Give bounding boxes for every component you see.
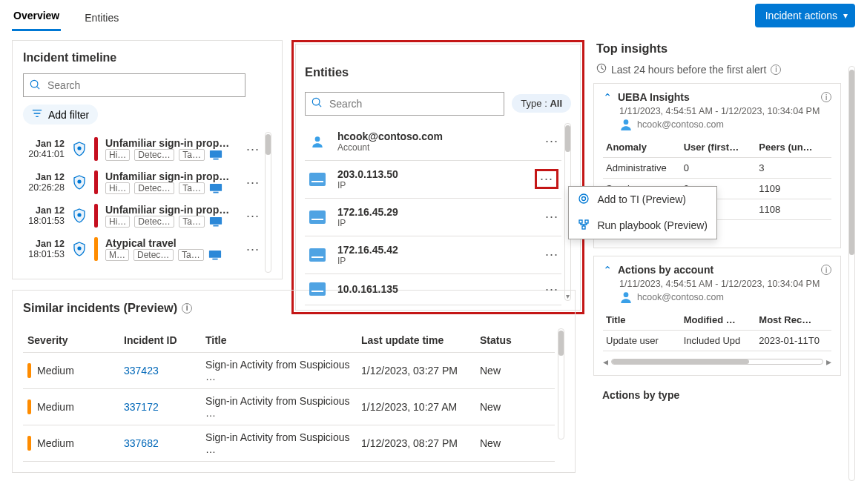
ip-icon [309, 282, 326, 296]
entity-more-highlight: ··· [535, 169, 558, 189]
severity-bar [94, 137, 98, 161]
similar-row[interactable]: Medium 337172 Sign-in Activity from Susp… [23, 389, 555, 425]
ueba-col-peers[interactable]: Peers (un… [756, 137, 831, 158]
severity-bar [27, 363, 31, 378]
incident-id-link[interactable]: 337423 [124, 365, 159, 377]
incident-id-link[interactable]: 337682 [124, 437, 159, 449]
chevron-up-icon[interactable]: ⌄ [603, 264, 612, 276]
scrollbar[interactable] [848, 66, 855, 481]
svg-point-24 [624, 292, 629, 297]
info-icon[interactable]: i [771, 64, 781, 75]
svg-point-2 [77, 146, 81, 150]
svg-point-14 [312, 99, 320, 106]
entity-row[interactable]: hcook@contoso.com Account ··· [305, 123, 561, 161]
incident-id-link[interactable]: 337172 [124, 401, 159, 413]
incident-title: Sign-in Activity from Suspicious … [201, 389, 357, 425]
similar-incidents-card: Similar incidents (Preview) i Severity I… [12, 290, 576, 473]
incident-status: New [475, 389, 555, 425]
person-icon [311, 135, 324, 148]
more-icon[interactable]: ··· [545, 209, 558, 225]
table-row: Update userIncluded Upd2023-01-11T0 [603, 331, 831, 351]
chevron-up-icon[interactable]: ⌄ [603, 91, 612, 103]
col-status[interactable]: Status [475, 328, 555, 353]
incident-status: New [475, 353, 555, 389]
target-icon [578, 193, 590, 207]
entity-name: 172.16.45.29 [337, 206, 535, 218]
svg-point-5 [77, 179, 81, 183]
entity-row[interactable]: 10.0.161.135 ··· [305, 274, 561, 305]
shield-icon [72, 242, 87, 256]
menu-run-playbook[interactable]: Run playbook (Preview) [569, 213, 716, 239]
timeline-item[interactable]: Jan 1220:26:28 Unfamiliar sign-in prop… … [23, 165, 262, 199]
search-icon [311, 97, 322, 110]
scrollbar[interactable] [265, 132, 271, 273]
entity-row[interactable]: 203.0.113.50 IP ··· Add to TI (Preview) … [305, 161, 561, 199]
timeline-date: Jan 1220:41:01 [23, 139, 65, 159]
incident-actions-button[interactable]: Incident actions ▾ [755, 4, 855, 27]
entities-card: Entities Type : All hcook@contoso.co [295, 44, 581, 311]
info-icon[interactable]: i [182, 303, 192, 314]
timeline-search-input[interactable] [46, 79, 239, 92]
timeline-item[interactable]: Jan 1218:01:53 Atypical travel M…Detecte… [23, 232, 262, 265]
ueba-col-anomaly[interactable]: Anomaly [603, 137, 681, 158]
incident-time: 1/12/2023, 03:27 PM [357, 353, 475, 389]
aa-col-modified[interactable]: Modified … [681, 310, 756, 331]
col-time[interactable]: Last update time [357, 328, 475, 353]
more-icon[interactable]: ··· [540, 171, 553, 186]
col-id[interactable]: Incident ID [119, 328, 201, 353]
similar-row[interactable]: Medium 337423 Sign-in Activity from Susp… [23, 353, 555, 389]
more-icon[interactable]: ··· [244, 175, 262, 190]
more-icon[interactable]: ··· [545, 247, 558, 262]
more-icon[interactable]: ··· [244, 142, 262, 157]
entities-search-input[interactable] [328, 97, 498, 110]
timeline-list: Jan 1220:41:01 Unfamiliar sign-in prop… … [23, 132, 262, 273]
entity-row[interactable]: 172.16.45.42 IP ··· [305, 236, 561, 274]
svg-rect-20 [585, 220, 588, 223]
timeline-item-title: Unfamiliar sign-in prop… [105, 170, 237, 182]
svg-rect-19 [579, 220, 582, 223]
incident-title: Sign-in Activity from Suspicious … [201, 425, 357, 462]
add-filter-button[interactable]: Add filter [23, 105, 98, 125]
entities-type-filter[interactable]: Type : All [512, 94, 571, 113]
entities-search[interactable] [305, 92, 504, 116]
more-icon[interactable]: ··· [244, 242, 262, 257]
tab-entities[interactable]: Entities [83, 4, 120, 31]
actions-account-user: hcook@contoso.com [619, 291, 831, 304]
entity-row[interactable]: 172.16.45.29 IP ··· [305, 199, 561, 236]
shield-icon [72, 142, 87, 156]
timeline-item[interactable]: Jan 1218:01:53 Unfamiliar sign-in prop… … [23, 199, 262, 232]
info-icon[interactable]: i [821, 265, 831, 275]
more-icon[interactable]: ··· [244, 208, 262, 224]
timeline-item-title: Atypical travel [105, 237, 237, 249]
aa-col-recent[interactable]: Most Rec… [756, 310, 831, 331]
sev-label: Medium [37, 365, 74, 377]
tab-overview[interactable]: Overview [12, 2, 61, 31]
entity-name: 172.16.45.42 [337, 244, 535, 256]
more-icon[interactable]: ··· [545, 133, 558, 149]
similar-row[interactable]: Medium 337682 Sign-in Activity from Susp… [23, 425, 555, 462]
add-filter-label: Add filter [48, 109, 89, 121]
actions-account-title: Actions by account [618, 264, 815, 276]
timeline-item-sub: Hi…Detected b…Ta… [105, 149, 237, 161]
timeline-item[interactable]: Jan 1220:41:01 Unfamiliar sign-in prop… … [23, 132, 262, 165]
svg-point-23 [624, 119, 629, 125]
ip-icon [309, 248, 326, 262]
entities-list: hcook@contoso.com Account ··· 203.0.113.… [305, 123, 561, 320]
menu-add-to-ti[interactable]: Add to TI (Preview) [569, 187, 716, 213]
ueba-col-user[interactable]: User (first… [681, 137, 756, 158]
timeline-date: Jan 1218:01:53 [23, 205, 65, 226]
ip-icon [309, 210, 326, 224]
col-title[interactable]: Title [201, 328, 357, 353]
col-severity[interactable]: Severity [23, 328, 119, 353]
timeline-item-sub: Hi…Detected b…Ta… [105, 182, 237, 194]
svg-point-0 [30, 80, 38, 87]
tabs: Overview Entities [12, 0, 120, 31]
timeline-search[interactable] [23, 73, 245, 97]
svg-rect-3 [210, 150, 222, 158]
more-icon[interactable]: ··· [545, 282, 558, 297]
scrollbar[interactable] [558, 328, 564, 440]
info-icon[interactable]: i [821, 92, 831, 102]
scrollbar-horizontal[interactable]: ◂▸ [603, 356, 831, 368]
chevron-down-icon: ▾ [843, 10, 848, 21]
aa-col-title[interactable]: Title [603, 310, 681, 331]
